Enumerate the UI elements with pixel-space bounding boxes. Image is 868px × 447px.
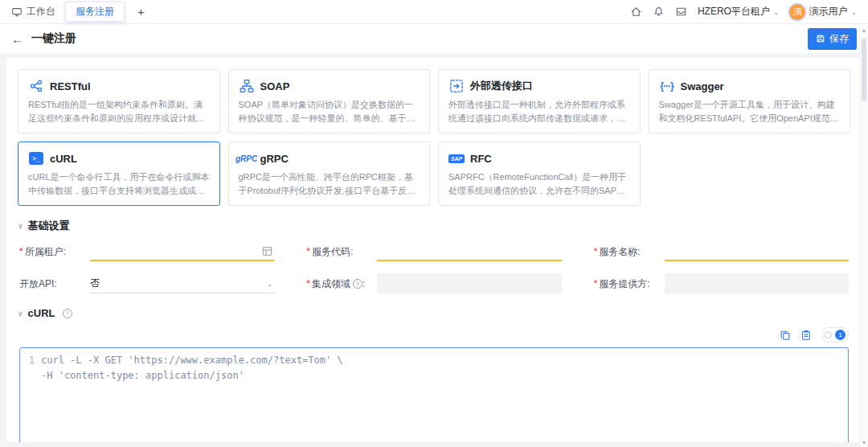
required-mark: * (306, 278, 310, 289)
section-curl-title: cURL (28, 307, 55, 319)
home-icon[interactable] (630, 6, 642, 18)
required-mark: * (19, 246, 23, 257)
card-soap[interactable]: SOAP SOAP（简单对象访问协议）是交换数据的一种协议规范，是一种轻量的、简… (228, 69, 431, 133)
service-name-input[interactable] (665, 242, 849, 261)
scroll-down-icon[interactable]: ▼ (862, 440, 867, 445)
card-title: SOAP (260, 80, 290, 92)
card-title: RFC (470, 153, 492, 165)
field-service-code: * 服务代码: (306, 241, 561, 262)
integration-domain-label: * 集成领域 ? : (306, 277, 377, 291)
restful-icon (28, 79, 44, 93)
lookup-icon[interactable] (262, 246, 272, 256)
workbench-icon (11, 6, 23, 18)
tenant-input[interactable] (90, 242, 274, 261)
page-header: ← 一键注册 保存 (0, 24, 868, 53)
field-open-api: 开放API: 否 ⌄ (19, 273, 274, 294)
grpc-icon: gRPC (239, 151, 255, 166)
scroll-up-icon[interactable]: ▲ (862, 27, 867, 33)
card-title: cURL (50, 153, 77, 165)
open-api-label: 开放API: (19, 277, 90, 291)
card-swagger[interactable]: {···} Swagger Swagger是一个开源工具集，用于设计、构建和文档… (649, 69, 851, 133)
collapse-icon[interactable]: ∨ (18, 222, 23, 230)
user-name: 演示用户 (809, 5, 847, 18)
help-icon[interactable]: ? (63, 309, 72, 318)
required-mark: * (306, 246, 310, 257)
card-grpc[interactable]: gRPC gRPC gRPC是一个高性能、跨平台的RPC框架，基于Protobu… (228, 141, 431, 206)
copy-icon[interactable] (780, 330, 791, 341)
card-title: Swagger (681, 80, 724, 92)
paste-icon[interactable] (800, 330, 812, 341)
chevron-down-icon: ⌄ (267, 280, 273, 288)
tenant-name: HZERO平台租户 (698, 5, 770, 18)
section-curl-header: ∨ cURL ? (18, 307, 850, 319)
service-code-label: * 服务代码: (306, 245, 377, 259)
service-name-label: * 服务名称: (594, 245, 665, 259)
tenant-label: * 所属租户: (19, 245, 90, 259)
line-wrap-toggle[interactable]: 1 (821, 327, 849, 342)
tab-strip: 工作台 服务注册 + (11, 2, 148, 22)
avatar: 演 (789, 4, 805, 20)
code-text: -H 'content-type: application/json' (41, 368, 244, 383)
tenant-switcher[interactable]: HZERO平台租户 ⌄ (698, 5, 780, 18)
card-description: SOAP（简单对象访问协议）是交换数据的一种协议规范，是一种轻量的、简单的、基于… (239, 98, 420, 125)
main-card: RESTful RESTful指的是一组架构约束条件和原则。满足这些约束条件和原… (6, 58, 862, 442)
basic-settings-form: * 所属租户: * 服务代码: * (19, 241, 849, 294)
card-description: cURL是一个命令行工具，用于在命令行或脚本中传输数据，接口平台支持将浏览器生成… (28, 170, 210, 197)
field-tenant: * 所属租户: (19, 241, 274, 262)
field-service-name: * 服务名称: (594, 241, 849, 262)
card-title: gRPC (260, 153, 289, 165)
editor-toolbar: 1 (19, 327, 849, 342)
toggle-count: 1 (835, 330, 845, 340)
curl-code-editor[interactable]: 1 curl -L -X GET 'https://www.example.co… (19, 347, 849, 442)
page-title: 一键注册 (31, 31, 76, 46)
user-menu[interactable]: 演 演示用户 ⌄ (789, 4, 857, 20)
tab-service-registration-label: 服务注册 (76, 6, 114, 17)
save-icon (816, 34, 825, 43)
chevron-down-icon: ⌄ (850, 8, 857, 16)
add-tab-button[interactable]: + (134, 5, 148, 18)
collapse-icon[interactable]: ∨ (18, 310, 23, 318)
sap-rfc-icon: SAP (448, 151, 465, 166)
toggle-knob (825, 331, 832, 338)
section-basic-settings-title: 基础设置 (28, 219, 70, 233)
save-label: 保存 (829, 32, 849, 46)
bell-icon[interactable] (653, 6, 665, 18)
curl-terminal-icon: >_ (28, 151, 44, 166)
card-curl[interactable]: >_ cURL cURL是一个命令行工具，用于在命令行或脚本中传输数据，接口平台… (18, 141, 220, 206)
swagger-icon: {···} (659, 79, 675, 93)
card-passthrough[interactable]: 外部透传接口 外部透传接口是一种机制，允许外部程序或系统通过该接口向系统内部传递… (438, 69, 641, 133)
open-api-select[interactable]: 否 ⌄ (90, 274, 274, 293)
service-type-grid: RESTful RESTful指的是一组架构约束条件和原则。满足这些约束条件和原… (18, 69, 850, 206)
top-tab-bar: 工作台 服务注册 + HZERO平台租户 ⌄ 演 演示用户 ⌄ (0, 0, 868, 24)
card-description: 外部透传接口是一种机制，允许外部程序或系统通过该接口向系统内部传递数据或请求，并… (448, 98, 630, 125)
card-restful[interactable]: RESTful RESTful指的是一组架构约束条件和原则。满足这些约束条件和原… (18, 69, 220, 133)
topbar-actions: HZERO平台租户 ⌄ 演 演示用户 ⌄ (630, 4, 857, 20)
card-title: 外部透传接口 (470, 79, 533, 93)
service-provider-input (665, 273, 849, 294)
tab-service-registration[interactable]: 服务注册 (65, 2, 125, 22)
chevron-down-icon: ⌄ (773, 8, 780, 16)
field-integration-domain: * 集成领域 ? : (306, 273, 561, 294)
required-mark: * (594, 278, 598, 289)
card-description: gRPC是一个高性能、跨平台的RPC框架，基于Protobuf序列化协议开发,接… (239, 170, 420, 197)
help-icon[interactable]: ? (353, 279, 362, 289)
card-description: RESTful指的是一组架构约束条件和原则。满足这些约束条件和原则的应用程序或设… (28, 98, 210, 125)
save-button[interactable]: 保存 (808, 28, 857, 50)
scrollbar-thumb[interactable] (862, 39, 866, 101)
code-text: curl -L -X GET 'https://www.example.com/… (41, 353, 343, 368)
service-code-input[interactable] (377, 242, 561, 261)
field-service-provider: * 服务提供方: (594, 273, 849, 294)
line-number (20, 368, 41, 383)
back-button[interactable]: ← (11, 32, 23, 46)
code-line: -H 'content-type: application/json' (20, 368, 848, 383)
inbox-icon[interactable] (675, 6, 687, 18)
section-basic-settings-header: ∨ 基础设置 (18, 219, 850, 233)
tab-workbench-label: 工作台 (27, 5, 55, 18)
card-description: Swagger是一个开源工具集，用于设计、构建和文档化RESTfulAPI。它使… (659, 98, 841, 125)
card-description: SAPRFC（RemoteFunctionCall）是一种用于处理系统间通信的协… (448, 170, 630, 197)
vertical-scrollbar[interactable]: ▲ ▼ (859, 26, 868, 447)
card-title: RESTful (50, 80, 91, 92)
required-mark: * (594, 246, 598, 257)
card-rfc[interactable]: SAP RFC SAPRFC（RemoteFunctionCall）是一种用于处… (438, 141, 641, 206)
tab-workbench[interactable]: 工作台 (11, 5, 55, 18)
